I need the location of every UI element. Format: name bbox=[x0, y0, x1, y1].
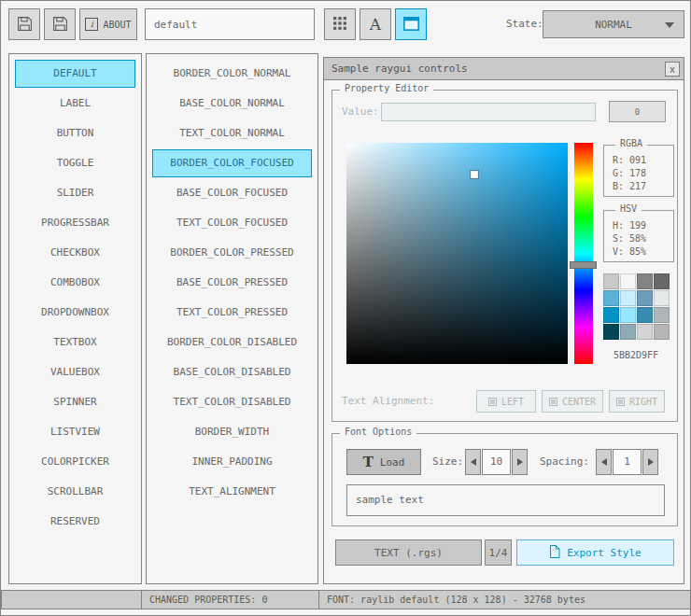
rgba-readout: RGBA R: 091 G: 178 B: 217 bbox=[603, 145, 674, 197]
chevron-down-icon bbox=[665, 22, 674, 28]
control-item-dropdownbox[interactable]: DROPDOWNBOX bbox=[15, 299, 135, 327]
palette-swatch[interactable] bbox=[654, 290, 670, 306]
about-button[interactable]: i ABOUT bbox=[79, 8, 137, 40]
size-increase-button[interactable] bbox=[512, 449, 528, 475]
property-item-text-alignment[interactable]: TEXT_ALIGNMENT bbox=[152, 478, 312, 506]
palette-swatch[interactable] bbox=[637, 290, 653, 306]
control-item-scrollbar[interactable]: SCROLLBAR bbox=[15, 478, 135, 506]
align-center-button[interactable]: CENTER bbox=[542, 390, 603, 413]
property-item-border-color-normal[interactable]: BORDER_COLOR_NORMAL bbox=[152, 60, 312, 88]
spacing-decrease-button[interactable] bbox=[596, 449, 612, 475]
size-value[interactable]: 10 bbox=[482, 449, 511, 475]
property-item-base-color-normal[interactable]: BASE_COLOR_NORMAL bbox=[152, 90, 312, 118]
property-item-inner-padding[interactable]: INNER_PADDING bbox=[152, 448, 312, 476]
control-item-valuebox[interactable]: VALUEBOX bbox=[15, 358, 135, 386]
open-style-button[interactable] bbox=[8, 8, 40, 40]
export-style-label: Export Style bbox=[567, 547, 641, 559]
close-button[interactable]: x bbox=[665, 62, 680, 77]
palette-swatch[interactable] bbox=[620, 290, 636, 306]
export-format-button[interactable]: TEXT (.rgs) bbox=[335, 539, 482, 566]
export-style-button[interactable]: Export Style bbox=[516, 539, 674, 566]
control-item-button[interactable]: BUTTON bbox=[15, 119, 135, 147]
palette-swatch[interactable] bbox=[620, 324, 636, 340]
palette-swatch[interactable] bbox=[620, 307, 636, 323]
hsv-value-value: V: 85% bbox=[613, 245, 673, 259]
load-font-button[interactable]: T Load bbox=[346, 449, 421, 475]
value-input[interactable] bbox=[381, 103, 596, 121]
property-item-border-color-focused[interactable]: BORDER_COLOR_FOCUSED bbox=[152, 149, 312, 177]
arrow-right-icon bbox=[648, 458, 654, 466]
control-item-spinner[interactable]: SPINNER bbox=[15, 388, 135, 416]
control-item-checkbox[interactable]: CHECKBOX bbox=[15, 239, 135, 267]
control-item-colorpicker[interactable]: COLORPICKER bbox=[15, 448, 135, 476]
state-label: State: bbox=[506, 18, 543, 30]
font-tool-button[interactable]: A bbox=[360, 8, 391, 40]
color-cursor[interactable] bbox=[471, 171, 478, 178]
saturation-value-picker[interactable] bbox=[346, 143, 568, 364]
spacing-increase-button[interactable] bbox=[642, 449, 658, 475]
window-titlebar[interactable]: Sample raygui controls bbox=[324, 58, 684, 80]
align-left-label: LEFT bbox=[501, 397, 524, 407]
spacing-value[interactable]: 1 bbox=[613, 449, 642, 475]
state-dropdown[interactable]: NORMAL bbox=[543, 10, 684, 38]
style-editor-tool-button[interactable] bbox=[395, 8, 427, 40]
control-item-toggle[interactable]: TOGGLE bbox=[15, 149, 135, 177]
palette-swatch[interactable] bbox=[603, 324, 619, 340]
control-item-progressbar[interactable]: PROGRESSBAR bbox=[15, 209, 135, 237]
control-item-textbox[interactable]: TEXTBOX bbox=[15, 329, 135, 357]
control-item-label[interactable]: LABEL bbox=[15, 90, 135, 118]
control-item-default[interactable]: DEFAULT bbox=[15, 60, 135, 88]
sample-controls-window: Sample raygui controls x Property Editor… bbox=[323, 57, 684, 584]
property-item-base-color-focused[interactable]: BASE_COLOR_FOCUSED bbox=[152, 179, 312, 207]
control-item-slider[interactable]: SLIDER bbox=[15, 179, 135, 207]
palette-swatch[interactable] bbox=[654, 307, 670, 323]
property-item-base-color-pressed[interactable]: BASE_COLOR_PRESSED bbox=[152, 269, 312, 297]
value-reset-button[interactable]: 0 bbox=[609, 101, 666, 122]
spacing-label: Spacing: bbox=[540, 449, 589, 475]
align-right-icon bbox=[616, 398, 625, 406]
hue-slider-handle[interactable] bbox=[570, 261, 597, 269]
palette-swatch[interactable] bbox=[637, 307, 653, 323]
floppy-disk-icon bbox=[17, 16, 33, 34]
window-style-icon bbox=[403, 17, 419, 33]
property-item-base-color-disabled[interactable]: BASE_COLOR_DISABLED bbox=[152, 358, 312, 386]
export-page-button[interactable]: 1/4 bbox=[485, 539, 512, 566]
rgba-blue-value: B: 217 bbox=[613, 180, 673, 193]
export-file-icon bbox=[549, 545, 560, 561]
rguistyler-app-window: i ABOUT A State: NORMAL DEFAULT LABEL B bbox=[0, 0, 691, 616]
palette-swatch[interactable] bbox=[620, 273, 636, 289]
property-item-border-color-disabled[interactable]: BORDER_COLOR_DISABLED bbox=[152, 329, 312, 357]
window-title: Sample raygui controls bbox=[331, 63, 468, 75]
controls-list: DEFAULT LABEL BUTTON TOGGLE SLIDER PROGR… bbox=[8, 53, 142, 584]
size-decrease-button[interactable] bbox=[465, 449, 481, 475]
palette-swatch[interactable] bbox=[637, 324, 653, 340]
property-item-border-color-pressed[interactable]: BORDER_COLOR_PRESSED bbox=[152, 239, 312, 267]
property-item-border-width[interactable]: BORDER_WIDTH bbox=[152, 418, 312, 446]
property-item-text-color-focused[interactable]: TEXT_COLOR_FOCUSED bbox=[152, 209, 312, 237]
pixel-grid-tool-button[interactable] bbox=[324, 8, 356, 40]
palette-swatch[interactable] bbox=[637, 273, 653, 289]
palette-swatch[interactable] bbox=[654, 273, 670, 289]
control-item-reserved[interactable]: RESERVED bbox=[15, 508, 135, 536]
rgba-group-label: RGBA bbox=[615, 138, 647, 148]
property-editor-group-label: Property Editor bbox=[340, 83, 433, 93]
style-name-input[interactable] bbox=[145, 8, 315, 40]
palette-swatch[interactable] bbox=[603, 290, 619, 306]
align-left-button[interactable]: LEFT bbox=[476, 390, 536, 413]
property-item-text-color-pressed[interactable]: TEXT_COLOR_PRESSED bbox=[152, 299, 312, 327]
align-right-button[interactable]: RIGHT bbox=[609, 390, 665, 413]
hue-slider[interactable] bbox=[574, 143, 593, 364]
font-options-group: Font Options T Load Size: 10 Spacing: 1 … bbox=[331, 433, 678, 526]
sample-text-box[interactable]: sample text bbox=[346, 484, 665, 516]
property-item-text-color-disabled[interactable]: TEXT_COLOR_DISABLED bbox=[152, 388, 312, 416]
palette-swatch[interactable] bbox=[603, 273, 619, 289]
arrow-left-icon bbox=[601, 458, 607, 466]
palette-swatch[interactable] bbox=[603, 307, 619, 323]
control-item-listview[interactable]: LISTVIEW bbox=[15, 418, 135, 446]
control-item-combobox[interactable]: COMBOBOX bbox=[15, 269, 135, 297]
save-style-button[interactable] bbox=[44, 8, 76, 40]
palette-swatch[interactable] bbox=[654, 324, 670, 340]
floppy-disk-icon bbox=[52, 16, 68, 34]
align-left-icon bbox=[488, 398, 497, 406]
property-item-text-color-normal[interactable]: TEXT_COLOR_NORMAL bbox=[152, 119, 312, 147]
